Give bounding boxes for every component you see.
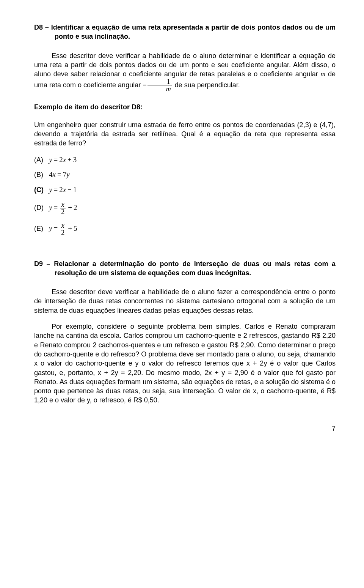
opb-rb: y	[66, 170, 69, 178]
minus-sign: −	[143, 82, 147, 89]
option-c-label: (C)	[34, 185, 47, 194]
option-d-equation: y=x2+2	[49, 203, 77, 211]
ope-rc: 5	[74, 224, 77, 232]
d8-prefix: D8 –	[34, 24, 51, 31]
opc-eq: =	[53, 186, 58, 194]
page-number: 7	[34, 424, 336, 433]
d9-paragraph-2: Por exemplo, considere o seguinte proble…	[34, 322, 336, 405]
opb-ra: 7	[63, 170, 67, 178]
option-c-equation: y=2x−1	[49, 186, 77, 194]
opa-ra: 2	[59, 156, 63, 164]
ope-op: +	[68, 224, 72, 232]
opd-rc: 2	[74, 203, 77, 211]
option-b-equation: 4x=7y	[49, 170, 70, 178]
frac-den: m	[147, 85, 172, 92]
opa-eq: =	[53, 156, 58, 164]
option-d: (D) y=x2+2	[34, 202, 336, 216]
opb-lb: x	[53, 170, 56, 178]
d9-prefix: D9 –	[34, 260, 54, 268]
frac-num: 1	[147, 78, 172, 85]
opc-rc: 1	[73, 186, 77, 194]
option-b: (B) 4x=7y	[34, 170, 336, 180]
math-m: m	[320, 70, 325, 78]
d9-heading: D9 – Relacionar a determinação do ponto …	[34, 259, 336, 278]
d8-heading-text: Identificar a equação de uma reta aprese…	[51, 24, 336, 40]
d8-paragraph-1: Esse descritor deve verificar a habilida…	[34, 51, 336, 93]
opc-ra: 2	[59, 186, 63, 194]
opd-eq: =	[53, 203, 58, 211]
opc-op: −	[67, 186, 72, 194]
ope-fnum: x	[60, 222, 66, 229]
answer-options: (A) y=2x+3 (B) 4x=7y (C) y=2x−1 (D) y=x2…	[34, 155, 336, 236]
d8-heading: D8 – Identificar a equação de uma reta a…	[34, 23, 336, 41]
opd-lhs: y	[49, 203, 52, 211]
ope-fden: 2	[60, 229, 66, 236]
opc-rb: x	[63, 186, 66, 194]
d9-paragraph-1: Esse descritor deve verificar a habilida…	[34, 287, 336, 315]
opb-la: 4	[49, 170, 53, 178]
opc-lhs: y	[49, 186, 52, 194]
option-c: (C) y=2x−1	[34, 185, 336, 195]
opd-fden: 2	[60, 208, 66, 215]
opa-op: +	[67, 156, 72, 164]
option-e: (E) y=x2+5	[34, 222, 336, 236]
option-d-label: (D)	[34, 203, 47, 212]
option-a: (A) y=2x+3	[34, 155, 336, 165]
opd-fnum: x	[60, 201, 66, 208]
option-b-label: (B)	[34, 170, 47, 179]
ope-frac: x2	[60, 222, 66, 236]
fraction-1-over-m: 1m	[147, 78, 172, 92]
option-a-equation: y=2x+3	[49, 156, 77, 164]
ope-lhs: y	[49, 224, 52, 232]
opa-lhs: y	[49, 156, 52, 164]
opd-frac: x2	[60, 201, 66, 215]
option-e-label: (E)	[34, 224, 47, 233]
d8-p1-c: de sua perpendicular.	[173, 82, 240, 89]
opa-rb: x	[63, 156, 66, 164]
opd-op: +	[68, 203, 72, 211]
opa-rc: 3	[73, 156, 77, 164]
d8-example-label: Exemplo de item do descritor D8:	[34, 102, 336, 112]
d8-example-text: Um engenheiro quer construir uma estrada…	[34, 120, 336, 148]
opb-eq: =	[57, 170, 61, 178]
d8-p1-a: Esse descritor deve verificar a habilida…	[34, 52, 336, 78]
d9-heading-text: Relacionar a determinação do ponto de in…	[54, 260, 336, 277]
option-a-label: (A)	[34, 155, 47, 164]
ope-eq: =	[53, 224, 58, 232]
option-e-equation: y=x2+5	[49, 224, 77, 232]
